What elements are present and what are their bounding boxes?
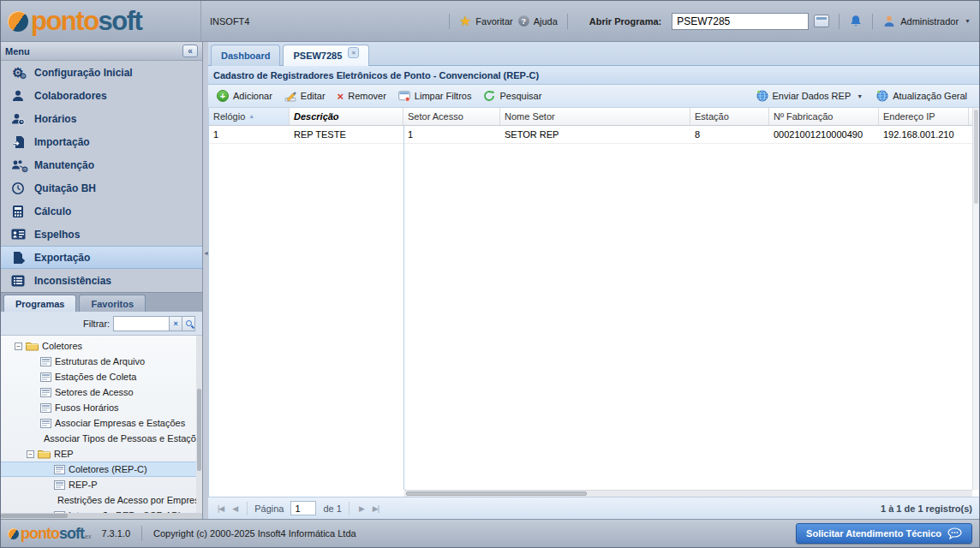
scrollbar-thumb[interactable] [974,110,978,204]
open-program-icon[interactable] [814,15,829,27]
sidebar-item-espelhos[interactable]: Espelhos [1,223,202,246]
globe-icon [756,90,768,102]
sidebar-item-label: Importação [34,136,90,148]
enviar-dados-rep-button[interactable]: Enviar Dados REP ▼ [751,87,869,104]
tree-item[interactable]: Restrições de Acesso por Empresa e [1,492,202,508]
prev-page-button[interactable]: ◀ [230,504,240,513]
filter-search-button[interactable] [182,316,195,331]
grid-horizontal-scrollbar[interactable] [404,490,972,497]
solicitar-atendimento-button[interactable]: Solicitar Atendimento Técnico [796,523,972,544]
sidebar-item-inconsistencias[interactable]: Inconsistências [1,269,202,292]
favoritar-button[interactable]: ★ Favoritar [459,15,513,28]
tree-item-label: Associar Empresas e Estações [55,418,185,428]
page-number-input[interactable] [290,501,316,515]
logo-text-soft: soft [99,6,142,36]
user-menu[interactable]: Administrador ▼ [882,15,971,28]
tree-vertical-scrollbar[interactable] [196,336,202,513]
tree-item-label: Restrições de Acesso por Empresa e [57,495,202,505]
atualizacao-geral-button[interactable]: Atualização Geral [871,87,972,104]
sidebar-item-horarios[interactable]: Horários [1,107,202,130]
app-label: INSOFT4 [210,16,249,27]
scrollbar-thumb[interactable] [406,491,587,496]
sidebar-item-importacao[interactable]: Importação [1,130,202,153]
tree-collapse-icon[interactable]: − [15,342,22,350]
divider [449,14,450,29]
tab-psew7285[interactable]: PSEW7285 × [283,45,369,66]
clock-icon [9,182,27,195]
filter-clear-button[interactable]: × [170,316,182,331]
tree-horizontal-scrollbar[interactable] [1,513,202,519]
last-page-button[interactable]: ▶| [370,504,381,513]
copyright-label: Copyright (c) 2000-2025 Insoft4 Informát… [153,528,356,539]
enviar-dados-rep-label: Enviar Dados REP [773,91,852,101]
tree-folder-coletores[interactable]: − Coletores [1,338,202,354]
divider [567,14,568,29]
tree-item[interactable]: REP-P [1,477,202,492]
logo-suffix: ex [85,533,91,539]
tree-item[interactable]: Estruturas de Arquivo [1,354,202,369]
sidebar-item-calculo[interactable]: Cálculo [1,200,202,223]
tree-item[interactable]: Associar Empresas e Estações [1,415,202,431]
filter-input[interactable] [113,316,170,331]
tree-folder-rep[interactable]: − REP [1,446,202,462]
column-header-descricao[interactable]: Descrição [290,108,403,125]
logo-text-ponto: ponto [31,6,99,36]
next-page-button[interactable]: ▶ [356,504,367,513]
table-row[interactable]: 1 REP TESTE 1 SETOR REP 8 00021001210000… [209,126,979,144]
ajuda-button[interactable]: ? Ajuda [518,15,558,27]
person-clock-icon [9,112,27,126]
program-code-input[interactable] [672,13,809,30]
sort-asc-icon: ▲ [248,113,254,119]
sidebar-item-manutencao[interactable]: ⚙ Manutenção [1,153,202,176]
notifications-button[interactable] [849,15,863,28]
tab-programas[interactable]: Programas [3,295,76,312]
menu-collapse-button[interactable]: « [182,45,198,57]
form-icon [54,465,65,474]
sidebar-tabs: Programas Favoritos [1,292,202,312]
column-header-nome-setor[interactable]: Nome Setor [500,108,690,125]
scrollbar-thumb[interactable] [1,514,68,518]
limpar-filtros-button[interactable]: Limpar Filtros [393,88,477,104]
sidebar-item-configuracao-inicial[interactable]: ⚙⚙ Configuração Inicial [1,61,202,84]
tab-dashboard[interactable]: Dashboard [211,45,280,66]
sidebar-item-label: Colaboradores [34,90,107,102]
plus-icon: + [217,90,229,102]
search-icon [186,320,192,326]
close-icon[interactable]: × [348,47,359,58]
sidebar-item-quitacao-bh[interactable]: Quitação BH [1,176,202,200]
remover-label: Remover [348,91,386,101]
clear-filter-icon [398,91,410,102]
editar-button[interactable]: Editar [279,87,331,104]
pesquisar-button[interactable]: Pesquisar [478,87,547,104]
column-header-estacao[interactable]: Estação [690,108,769,125]
menu-header: Menu « [1,42,202,61]
editar-label: Editar [301,91,326,101]
sidebar-item-label: Manutenção [34,159,94,171]
tree-item[interactable]: Associar Tipos de Pessoas e Estações [1,431,202,446]
sidebar-item-exportacao[interactable]: Exportação [1,246,202,269]
tree-item-label: Coletores [42,341,82,351]
scrollbar-thumb[interactable] [197,389,201,471]
cell-relogio: 1 [209,126,290,143]
cell-endereco-ip: 192.168.001.210 [879,126,969,143]
divider [872,14,873,29]
first-page-button[interactable]: |◀ [215,504,226,513]
tree-item[interactable]: Estações de Coleta [1,369,202,384]
tree-item-coletores-rep-c[interactable]: Coletores (REP-C) [1,462,202,477]
sidebar-item-colaboradores[interactable]: Colaboradores [1,84,202,107]
tree-item[interactable]: Setores de Acesso [1,384,202,400]
column-header-relogio[interactable]: Relógio▲ [209,108,290,125]
sidebar-item-label: Inconsistências [34,275,111,287]
grid-vertical-scrollbar[interactable] [972,108,979,490]
tab-favoritos[interactable]: Favoritos [79,295,146,312]
pesquisar-label: Pesquisar [499,91,541,101]
refresh-icon [483,90,495,102]
adicionar-button[interactable]: + Adicionar [212,87,278,104]
tree-item[interactable]: Fusos Horários [1,400,202,415]
column-header-n-fabricacao[interactable]: Nº Fabricação [769,108,879,125]
atualizacao-geral-label: Atualização Geral [893,91,967,101]
remover-button[interactable]: × Remover [332,88,391,104]
tree-collapse-icon[interactable]: − [27,450,34,458]
column-header-setor-acesso[interactable]: Setor Acesso [403,108,500,125]
column-header-endereco-ip[interactable]: Endereço IP [879,108,969,125]
